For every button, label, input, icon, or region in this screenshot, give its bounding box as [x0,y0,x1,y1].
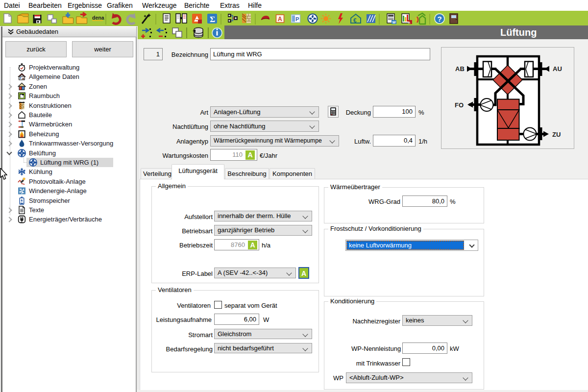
svg-text:A: A [408,21,411,24]
svg-text:€: € [353,17,357,24]
svg-text:FO: FO [455,101,464,109]
svg-text:P: P [295,16,299,22]
svg-text:ZU: ZU [552,131,561,138]
svg-text:AU: AU [553,65,562,73]
svg-text:?: ? [438,15,442,23]
svg-text:Σ: Σ [210,15,215,24]
svg-text:dena: dena [92,15,104,21]
svg-text:A: A [278,16,282,23]
svg-text:W: W [392,20,396,24]
svg-text:AB: AB [455,65,465,73]
